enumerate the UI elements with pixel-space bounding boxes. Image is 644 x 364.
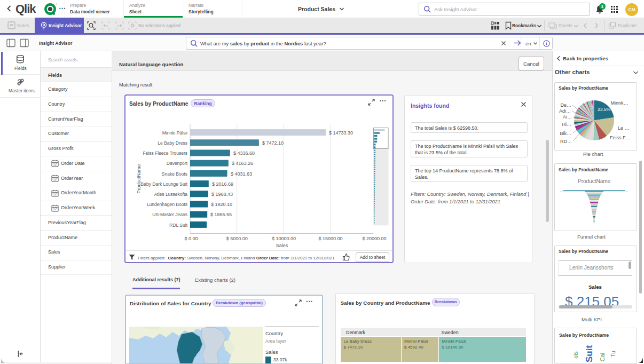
svg-text:$ 5000.00: $ 5000.00 <box>226 236 248 241</box>
svg-text:$ 2016.69: $ 2016.69 <box>212 181 233 186</box>
svg-text:Tu: Tu <box>610 351 616 357</box>
svg-text:Snake Boots: Snake Boots <box>162 171 187 176</box>
svg-text:Minnki Pälsii: Minnki Pälsii <box>162 130 187 135</box>
svg-text:$ 7472.10: $ 7472.10 <box>262 140 284 146</box>
svg-text:$ 4031.63: $ 4031.63 <box>231 171 252 176</box>
svg-text:Le Baby Dress: Le Baby Dress <box>158 140 187 146</box>
svg-text:12: 12 <box>53 177 57 181</box>
svg-text:12: 12 <box>53 163 57 167</box>
svg-text:RDL Suit: RDL Suit <box>169 222 187 227</box>
svg-text:$ 10000.00: $ 10000.00 <box>272 236 296 241</box>
svg-text:Feiss F…: Feiss F… <box>610 135 631 140</box>
svg-text:US-Master Jeans: US-Master Jeans <box>152 212 187 217</box>
svg-text:$ 1920.10: $ 1920.10 <box>211 202 232 207</box>
svg-text:12: 12 <box>53 207 57 211</box>
svg-text:Cal: Cal <box>599 353 606 362</box>
svg-text:Ai…: Ai… <box>563 114 572 120</box>
svg-text:Atles Lussekofta: Atles Lussekofta <box>154 192 188 197</box>
svg-text:$ 1968.43: $ 1968.43 <box>211 192 233 197</box>
svg-text:RD…: RD… <box>560 139 572 144</box>
svg-text:Minnk…: Minnk… <box>611 100 629 106</box>
svg-text:12: 12 <box>53 192 57 196</box>
svg-text:23.5%: 23.5% <box>598 107 611 112</box>
svg-text:De…: De… <box>560 102 571 108</box>
svg-text:Suit: Suit <box>584 345 594 362</box>
svg-text:Davenport: Davenport <box>167 161 188 166</box>
svg-text:$ 1865.55: $ 1865.55 <box>210 212 232 217</box>
svg-text:ProductName: ProductName <box>136 164 142 193</box>
svg-text:$ 20000.00: $ 20000.00 <box>362 236 386 241</box>
svg-text:Hi…: Hi… <box>562 122 572 127</box>
svg-text:$ 14733.30: $ 14733.30 <box>329 130 353 135</box>
svg-text:$ 15000.00: $ 15000.00 <box>319 236 343 241</box>
svg-text:Adi…: Adi… <box>559 108 571 114</box>
svg-text:Baby Dark Lounge Suit: Baby Dark Lounge Suit <box>141 181 188 186</box>
svg-text:Le …: Le … <box>618 125 630 131</box>
svg-text:Lundenhagen Boots: Lundenhagen Boots <box>147 202 187 207</box>
svg-text:$ 0.00: $ 0.00 <box>184 236 198 241</box>
svg-text:$ 4163.26: $ 4163.26 <box>232 161 253 166</box>
svg-text:ots: ots <box>573 351 579 358</box>
svg-text:Feiss Fleece Trousers: Feiss Fleece Trousers <box>143 151 187 156</box>
svg-text:Bik…: Bik… <box>560 131 571 136</box>
svg-text:Sales: Sales <box>276 243 288 248</box>
svg-text:$ 4336.68: $ 4336.68 <box>233 151 255 156</box>
